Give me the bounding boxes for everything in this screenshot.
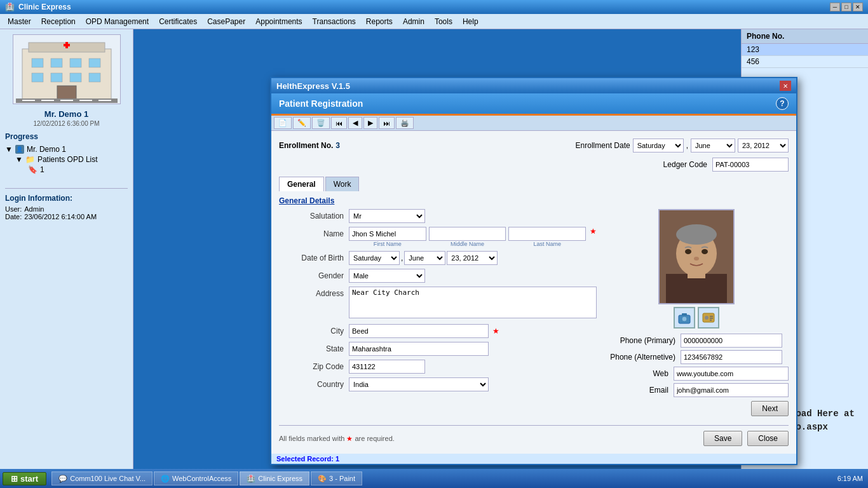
date-value: 23/06/2012 6:14:00 AM xyxy=(24,213,97,220)
taskbar-item-icon-2: 🏥 xyxy=(247,475,255,483)
phone-alt-input[interactable] xyxy=(681,350,782,364)
minimize-btn[interactable]: ─ xyxy=(830,3,840,11)
svg-point-23 xyxy=(676,224,717,245)
address-control: Near City Charch xyxy=(349,287,597,320)
svg-rect-4 xyxy=(70,58,81,67)
menu-help[interactable]: Help xyxy=(458,16,484,27)
state-label: State xyxy=(279,342,349,353)
first-name-input[interactable] xyxy=(349,227,426,241)
city-label: City xyxy=(279,324,349,336)
toolbar-first[interactable]: ⏮ xyxy=(331,117,347,129)
windows-logo-icon: ⊞ xyxy=(11,474,18,484)
phone-list-item-2[interactable]: 456 xyxy=(742,56,868,68)
taskbar-item-1[interactable]: 🌐 WebControlAccess xyxy=(154,471,238,485)
svg-rect-29 xyxy=(682,313,687,316)
title-bar: 🏥 Clinic Express ─ □ ✕ xyxy=(0,0,868,14)
menu-master[interactable]: Master xyxy=(3,16,36,27)
email-input[interactable] xyxy=(674,383,789,397)
city-input[interactable] xyxy=(349,324,489,338)
salutation-select[interactable]: Mr Mrs Ms Dr xyxy=(349,209,425,223)
web-input[interactable] xyxy=(674,367,789,381)
zip-label: Zip Code xyxy=(279,360,349,371)
main-area: Mr. Demo 1 12/02/2012 6:36:00 PM Progres… xyxy=(0,29,868,469)
svg-rect-10 xyxy=(57,86,76,100)
dob-year-select[interactable]: 23, 2012 xyxy=(447,251,498,265)
tab-work[interactable]: Work xyxy=(325,177,360,191)
taskbar-item-icon-1: 🌐 xyxy=(161,475,170,483)
svg-point-28 xyxy=(682,316,687,322)
svg-point-26 xyxy=(694,257,699,261)
name-control: First Name Middle Name Last Name xyxy=(349,227,597,247)
toolbar-delete[interactable]: 🗑️ xyxy=(312,117,330,129)
menu-appointments[interactable]: Appointments xyxy=(250,16,307,27)
taskbar-item-label-1: WebControlAccess xyxy=(172,475,231,482)
last-name-input[interactable] xyxy=(508,227,586,241)
enrollment-date-month-select[interactable]: June xyxy=(691,139,735,152)
svg-point-24 xyxy=(685,249,691,254)
menu-tools[interactable]: Tools xyxy=(430,16,458,27)
state-input[interactable] xyxy=(349,342,489,356)
dialog-body: Enrollment No. 3 Enrollment Date Saturda… xyxy=(271,131,796,454)
ledger-code-input[interactable] xyxy=(712,158,789,172)
next-button[interactable]: Next xyxy=(751,401,789,416)
menu-reports[interactable]: Reports xyxy=(361,16,398,27)
close-btn-main[interactable]: ✕ xyxy=(853,3,863,11)
address-textarea[interactable]: Near City Charch xyxy=(349,287,597,318)
menu-admin[interactable]: Admin xyxy=(398,16,430,27)
action-buttons: Save Close xyxy=(703,431,789,446)
svg-rect-6 xyxy=(32,73,43,82)
tree-root[interactable]: ▼ 👤 Mr. Demo 1 ▼ 📁 Patients OPD List 🔖 1 xyxy=(5,144,128,178)
tree-leaf[interactable]: 🔖 1 xyxy=(28,164,128,175)
tab-general[interactable]: General xyxy=(279,177,324,191)
start-button[interactable]: ⊞ start xyxy=(3,472,46,485)
taskbar-item-label-0: Comm100 Live Chat V... xyxy=(70,475,146,482)
photo-camera-btn[interactable] xyxy=(674,307,695,329)
selected-record-bar: Selected Record: 1 xyxy=(271,454,796,464)
phone-list-item-1[interactable]: 123 xyxy=(742,44,868,56)
taskbar-item-2[interactable]: 🏥 Clinic Express xyxy=(240,471,309,485)
toolbar-print[interactable]: 🖨️ xyxy=(396,117,414,129)
save-button[interactable]: Save xyxy=(703,431,742,446)
phone-panel-header: Phone No. xyxy=(742,29,868,44)
dialog-subtitle-text: Patient Registration xyxy=(279,98,776,109)
enrollment-date-year-select[interactable]: 23, 2012 xyxy=(738,139,789,152)
tree-child[interactable]: ▼ 📁 Patients OPD List 🔖 1 xyxy=(15,154,128,177)
web-row: Web xyxy=(604,367,789,381)
menu-opd[interactable]: OPD Management xyxy=(81,16,154,27)
menu-casepaper[interactable]: CasePaper xyxy=(202,16,250,27)
middle-name-input[interactable] xyxy=(429,227,506,241)
app-icon: 🏥 xyxy=(5,3,15,11)
svg-rect-15 xyxy=(41,100,54,101)
country-select[interactable]: India USA UK xyxy=(349,377,489,391)
zip-input[interactable] xyxy=(349,360,425,374)
dob-month-select[interactable]: June xyxy=(404,251,445,265)
address-row: Address Near City Charch xyxy=(279,287,597,320)
dob-row: Date of Birth Saturday , June xyxy=(279,251,597,265)
menu-reception[interactable]: Reception xyxy=(36,16,81,27)
gender-row: Gender Male Female Other xyxy=(279,269,597,283)
photo-id-btn[interactable] xyxy=(698,307,719,329)
help-button[interactable]: ? xyxy=(776,97,789,110)
toolbar-next-nav[interactable]: ▶ xyxy=(363,117,377,129)
zip-control xyxy=(349,360,597,374)
dialog-close-icon[interactable]: ✕ xyxy=(780,81,791,91)
close-button[interactable]: Close xyxy=(747,431,789,446)
svg-rect-5 xyxy=(89,58,100,67)
required-star-note: ★ xyxy=(346,435,355,442)
toolbar-last[interactable]: ⏭ xyxy=(379,117,395,129)
taskbar-item-0[interactable]: 💬 Comm100 Live Chat V... xyxy=(51,471,153,485)
maximize-btn[interactable]: □ xyxy=(841,3,851,11)
enrollment-date-day-select[interactable]: Saturday xyxy=(633,139,684,152)
toolbar-prev[interactable]: ◀ xyxy=(348,117,362,129)
toolbar-new[interactable]: 📄 xyxy=(274,117,292,129)
toolbar-edit[interactable]: ✏️ xyxy=(293,117,311,129)
menu-certificates[interactable]: Certificates xyxy=(154,16,202,27)
progress-label: Progress xyxy=(5,132,128,141)
phone-primary-input[interactable] xyxy=(681,334,782,348)
svg-rect-17 xyxy=(79,100,92,101)
dob-day-select[interactable]: Saturday xyxy=(349,251,400,265)
taskbar-item-3[interactable]: 🎨 3 - Paint xyxy=(311,471,362,485)
first-name-group: First Name xyxy=(349,227,426,247)
gender-select[interactable]: Male Female Other xyxy=(349,269,425,283)
menu-transactions[interactable]: Transactions xyxy=(308,16,361,27)
